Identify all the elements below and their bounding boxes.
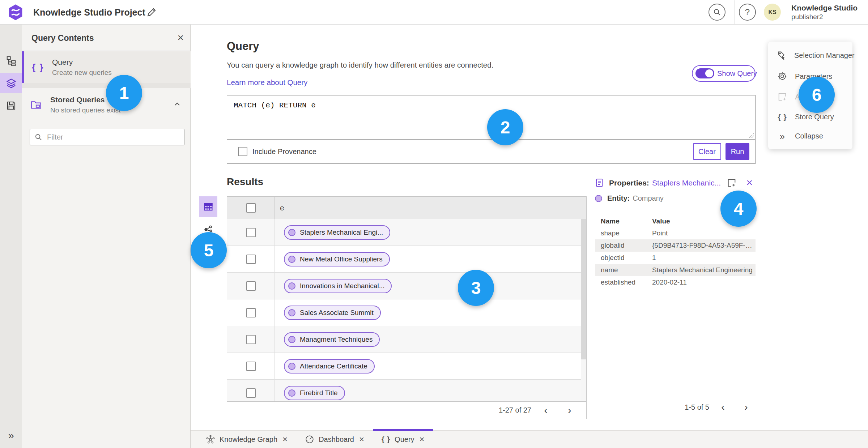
page-title: Knowledge Studio Project [33, 0, 145, 25]
property-name: shape [595, 229, 652, 237]
property-value: Point [652, 229, 756, 237]
show-query-label: Show Query [717, 69, 757, 78]
entity-pill-label: Attendance Certificate [300, 362, 367, 370]
table-view-button[interactable] [199, 196, 217, 217]
prev-page-button[interactable]: ‹ [714, 402, 732, 412]
close-tab-icon[interactable]: × [282, 435, 288, 444]
scrollbar-thumb[interactable] [581, 219, 586, 359]
close-properties-icon[interactable]: × [746, 176, 753, 189]
sidebar-item-query[interactable]: { } Query Create new queries [22, 51, 191, 83]
layers-button-selected[interactable] [0, 73, 22, 93]
panel-separator [22, 83, 191, 88]
menu-item-label: Collapse [795, 132, 823, 140]
entity-label: Entity: [607, 194, 630, 202]
property-row[interactable]: name Staplers Mechanical Engineering [595, 264, 756, 276]
property-row[interactable]: shape Point [595, 227, 756, 239]
close-tab-icon[interactable]: × [420, 435, 425, 444]
properties-entity-link[interactable]: Staplers Mechanic... [652, 179, 721, 187]
chevron-up-icon[interactable] [173, 100, 182, 108]
open-in-new-view-icon[interactable] [727, 178, 737, 188]
table-row[interactable]: Innovations in Mechanical... [227, 273, 586, 299]
menu-item-label: Store Query [795, 113, 834, 121]
table-row[interactable]: New Metal Office Suppliers [227, 246, 586, 273]
select-all-checkbox[interactable] [246, 203, 256, 213]
menu-item-collapse[interactable]: » Collapse [768, 132, 852, 140]
row-checkbox[interactable] [246, 228, 256, 237]
property-name: name [595, 266, 652, 274]
row-checkbox[interactable] [246, 255, 256, 264]
prev-page-button[interactable]: ‹ [536, 405, 555, 415]
entity-dot-icon [288, 336, 295, 343]
table-row[interactable]: Attendance Certificate [227, 353, 586, 380]
data-model-button[interactable] [0, 51, 22, 71]
save-button[interactable] [0, 95, 22, 116]
include-provenance-checkbox[interactable] [238, 147, 247, 156]
entity-pill[interactable]: New Metal Office Suppliers [284, 252, 390, 266]
braces-icon: { } [32, 62, 44, 73]
show-query-toggle[interactable]: Show Query [692, 65, 756, 82]
property-row[interactable]: established 2020-02-11 [595, 276, 756, 289]
step-badge-2: 2 [487, 109, 523, 145]
properties-table: Name Value shape Point globalid {5D9B471… [595, 216, 756, 289]
account-name: Knowledge Studio [791, 4, 858, 12]
entity-pill[interactable]: Attendance Certificate [284, 359, 375, 374]
search-icon [34, 133, 43, 141]
next-page-button[interactable]: › [560, 405, 579, 415]
stored-queries-sublabel: No stored queries exist [50, 106, 120, 114]
row-checkbox[interactable] [246, 335, 256, 344]
run-button[interactable]: Run [726, 143, 749, 160]
expand-rail-button[interactable]: » [0, 430, 22, 441]
entity-pill[interactable]: Managment Techniques [284, 332, 380, 347]
next-page-button[interactable]: › [737, 402, 756, 412]
close-tab-icon[interactable]: × [359, 435, 364, 444]
query-code-text: MATCH (e) RETURN e [234, 101, 316, 110]
entity-pill[interactable]: Sales Associate Summit [284, 306, 381, 320]
learn-more-link[interactable]: Learn more about Query [227, 78, 307, 87]
edit-title-icon[interactable] [146, 7, 157, 18]
table-row[interactable]: Firebird Title [227, 380, 586, 401]
left-icon-rail: » [0, 25, 22, 448]
help-button[interactable]: ? [739, 4, 756, 21]
row-checkbox[interactable] [246, 388, 256, 398]
property-name: objectid [595, 254, 652, 262]
entity-pill[interactable]: Innovations in Mechanical... [284, 279, 392, 293]
step-badge-3: 3 [458, 270, 494, 306]
results-scrollbar[interactable] [581, 219, 586, 401]
close-panel-icon[interactable]: × [177, 32, 184, 43]
entity-pill[interactable]: Staplers Mechanical Engi... [284, 225, 390, 240]
menu-item-selection-manager[interactable]: Selection Manager [768, 51, 852, 61]
search-button[interactable] [709, 4, 726, 21]
tab-query[interactable]: { } Query × [373, 431, 433, 448]
entity-dot-icon [288, 363, 295, 370]
filter-input[interactable]: Filter [30, 129, 184, 145]
value-column-header: Value [652, 217, 670, 225]
selection-manager-icon [777, 51, 787, 61]
row-checkbox[interactable] [246, 281, 256, 291]
properties-header: Properties: Staplers Mechanic... × [595, 178, 756, 188]
table-row[interactable]: Managment Techniques [227, 326, 586, 353]
properties-pagination: 1-5 of 5 ‹ › [667, 402, 756, 412]
name-column-header: Name [595, 217, 652, 225]
menu-item-store-query[interactable]: { } Store Query [768, 113, 852, 121]
app-window: Knowledge Studio Project ? KS Knowledge … [0, 0, 868, 448]
row-checkbox[interactable] [246, 308, 256, 317]
tab-knowledge-graph[interactable]: Knowledge Graph × [197, 431, 296, 448]
clear-button[interactable]: Clear [693, 143, 721, 160]
tab-dashboard[interactable]: Dashboard × [296, 431, 373, 448]
entity-pill-label: Innovations in Mechanical... [300, 282, 384, 290]
entity-pill-label: Firebird Title [300, 389, 338, 397]
property-row[interactable]: globalid {5D9B4713-F98D-4A53-A59F-C11... [595, 239, 756, 252]
table-row[interactable]: Staplers Mechanical Engi... [227, 219, 586, 246]
account-info[interactable]: Knowledge Studio publisher2 [791, 4, 858, 21]
entity-pill[interactable]: Firebird Title [284, 386, 345, 400]
resize-grip[interactable] [749, 133, 754, 138]
property-row[interactable]: objectid 1 [595, 252, 756, 264]
query-item-sublabel: Create new queries [52, 69, 112, 77]
app-logo-icon[interactable] [8, 4, 23, 21]
table-row[interactable]: Sales Associate Summit [227, 299, 586, 326]
row-checkbox[interactable] [246, 362, 256, 371]
avatar[interactable]: KS [764, 4, 781, 21]
table-icon [203, 202, 213, 212]
results-heading: Results [227, 176, 263, 188]
menu-item-label: Selection Manager [794, 51, 855, 60]
